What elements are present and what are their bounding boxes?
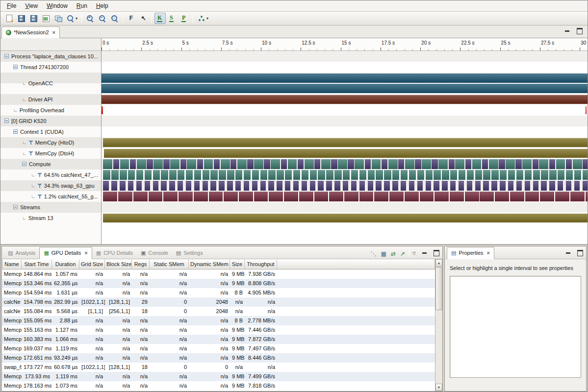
- interval-bar[interactable]: [541, 181, 546, 191]
- table-cell[interactable]: 1.073 ms: [52, 381, 79, 391]
- interval-bar[interactable]: [194, 192, 208, 201]
- table-cell[interactable]: [1022,1,1]: [79, 297, 105, 307]
- interval-bar[interactable]: [398, 159, 404, 169]
- table-row[interactable]: Memcp178.163 ms1.073 msn/an/an/an/an/a9 …: [2, 381, 435, 391]
- column-header-dynamic-smem[interactable]: Dynamic SMem: [189, 259, 230, 270]
- kernel-toggle-button[interactable]: K: [154, 13, 166, 24]
- interval-bar[interactable]: [549, 170, 556, 180]
- interval-bar[interactable]: [221, 159, 230, 169]
- table-cell[interactable]: n/a: [105, 381, 132, 391]
- interval-bar[interactable]: [334, 181, 340, 191]
- table-cell[interactable]: n/a: [79, 270, 105, 279]
- table-cell[interactable]: n/a: [189, 279, 230, 288]
- interval-bar[interactable]: [120, 181, 125, 191]
- interval-bar[interactable]: [147, 159, 153, 169]
- table-cell[interactable]: n/a: [189, 372, 230, 381]
- interval-bar[interactable]: [227, 170, 234, 180]
- interval-bar[interactable]: [343, 170, 350, 180]
- interval-bar[interactable]: [128, 170, 135, 180]
- interval-bar[interactable]: [558, 170, 564, 180]
- table-row[interactable]: Memcp155.163 ms1.127 msn/an/an/an/an/a9 …: [2, 325, 435, 335]
- table-cell[interactable]: Memcp: [2, 353, 22, 363]
- interval-bar[interactable]: [130, 159, 136, 169]
- table-row[interactable]: swap_6173.727 ms60.678 µs[1022,1,1][128,…: [2, 363, 435, 372]
- interval-bar[interactable]: [197, 159, 203, 169]
- interval-bar[interactable]: [465, 192, 479, 201]
- time-ruler[interactable]: 0 s2.5 s5 s7.5 s10 s12.5 s15 s17.5 s20 s…: [102, 38, 588, 50]
- scrollbar-thumb[interactable]: [435, 267, 442, 310]
- table-cell[interactable]: n/a: [150, 325, 189, 335]
- timeline-track-driver-api[interactable]: [102, 94, 588, 105]
- interval-bar[interactable]: [260, 170, 267, 180]
- filter-icon[interactable]: [37, 183, 42, 188]
- interval-bar[interactable]: [450, 192, 464, 201]
- timeline-row-label-process-laplace-data-clauses-10[interactable]: Process "laplace_data_clauses 10...: [0, 51, 102, 62]
- table-cell[interactable]: 0: [150, 307, 189, 316]
- table-cell[interactable]: n/a: [105, 325, 132, 335]
- import-session-button[interactable]: [52, 13, 64, 24]
- interval-bar[interactable]: [260, 181, 266, 191]
- interval-bar[interactable]: [351, 170, 358, 180]
- minimize-icon[interactable]: [420, 250, 428, 257]
- table-cell[interactable]: n/a: [150, 335, 189, 344]
- interval-bar[interactable]: [583, 170, 588, 180]
- interval-bar[interactable]: [210, 170, 217, 180]
- table-cell[interactable]: n/a: [230, 363, 245, 372]
- interval-bar[interactable]: [434, 181, 439, 191]
- table-cell[interactable]: n/a: [132, 344, 150, 353]
- table-cell[interactable]: n/a: [79, 353, 105, 363]
- interval-bar[interactable]: [178, 181, 183, 191]
- select-interval-button[interactable]: ↖: [138, 13, 149, 24]
- interval-bar[interactable]: [434, 170, 440, 180]
- menu-run[interactable]: Run: [72, 1, 92, 10]
- interval-bar[interactable]: [392, 181, 398, 191]
- table-cell[interactable]: 0: [189, 363, 230, 372]
- timeline-row-label-thread-2741307200[interactable]: Thread 2741307200: [0, 62, 102, 73]
- table-cell[interactable]: Memcp: [2, 372, 22, 381]
- interval-bar[interactable]: [326, 170, 333, 180]
- interval-bar[interactable]: [318, 181, 323, 191]
- table-row[interactable]: Memcp154.594 ms1.631 µsn/an/an/an/an/a8 …: [2, 288, 435, 297]
- interval-bar[interactable]: [450, 181, 456, 191]
- interval-bar[interactable]: [149, 192, 163, 201]
- table-cell[interactable]: n/a: [105, 279, 132, 288]
- table-cell[interactable]: [128,1,1]: [105, 297, 132, 307]
- interval-bar[interactable]: [450, 170, 457, 180]
- interval-bar[interactable]: [293, 170, 300, 180]
- interval-bar[interactable]: [331, 159, 337, 169]
- interval-bar[interactable]: [368, 181, 373, 191]
- interval-bar[interactable]: [516, 170, 523, 180]
- interval-bar[interactable]: [133, 192, 148, 201]
- table-cell[interactable]: [128,1,1]: [105, 363, 132, 372]
- table-cell[interactable]: 8.808 GB/s: [245, 279, 277, 288]
- table-cell[interactable]: n/a: [105, 288, 132, 297]
- maximize-icon[interactable]: [433, 250, 440, 257]
- interval-bar[interactable]: [499, 159, 505, 169]
- interval-bar[interactable]: [422, 159, 431, 169]
- table-cell[interactable]: [256,1,1]: [105, 307, 132, 316]
- interval-bar[interactable]: [321, 159, 331, 169]
- chevron-down-icon[interactable]: ▾: [76, 16, 77, 21]
- column-header-name[interactable]: Name: [2, 259, 22, 270]
- interval-bar[interactable]: [480, 192, 494, 201]
- profile-application-button[interactable]: [40, 13, 51, 24]
- interval-bar[interactable]: [103, 214, 588, 222]
- table-cell[interactable]: calcNe: [2, 307, 22, 316]
- table-cell[interactable]: [1022,1,1]: [79, 363, 105, 372]
- table-cell[interactable]: n/a: [79, 279, 105, 288]
- zoom-in-button[interactable]: +: [84, 13, 96, 24]
- tab-gpu-details[interactable]: ▦GPU Details×: [39, 247, 92, 259]
- table-cell[interactable]: 155.095 ms: [22, 316, 52, 325]
- interval-bar[interactable]: [111, 181, 117, 191]
- tab-settings[interactable]: ▤Settings: [172, 247, 207, 259]
- close-icon[interactable]: ×: [487, 250, 490, 256]
- interval-bar[interactable]: [432, 159, 437, 169]
- interval-bar[interactable]: [401, 170, 408, 180]
- table-cell[interactable]: 2048: [189, 307, 230, 316]
- table-cell[interactable]: 18: [132, 363, 150, 372]
- interval-bar[interactable]: [376, 170, 383, 180]
- table-cell[interactable]: 1.127 ms: [52, 325, 79, 335]
- column-header-grid-size[interactable]: Grid Size: [79, 259, 105, 270]
- table-cell[interactable]: n/a: [132, 288, 150, 297]
- interval-bar[interactable]: [161, 181, 166, 191]
